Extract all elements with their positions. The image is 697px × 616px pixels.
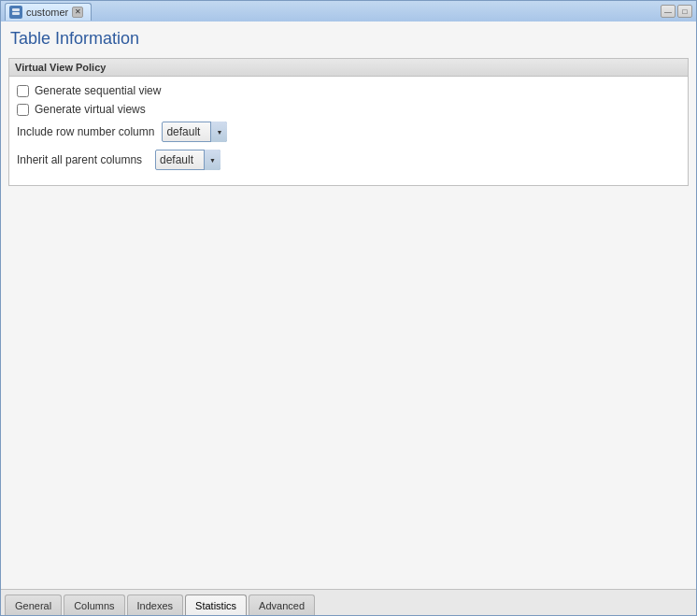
tab-close-button[interactable]: ✕ <box>72 7 83 18</box>
include-row-number-row: Include row number column default yes no <box>17 122 680 142</box>
include-row-number-dropdown-wrapper: default yes no <box>162 122 227 142</box>
tab-columns[interactable]: Columns <box>64 595 124 615</box>
maximize-button[interactable]: □ <box>677 5 692 18</box>
db-icon <box>9 6 22 19</box>
section-content: Generate sequential view Generate virtua… <box>9 77 688 185</box>
tab-indexes[interactable]: Indexes <box>127 595 184 615</box>
include-row-number-select[interactable]: default yes no <box>162 122 227 142</box>
tab-title: customer <box>26 7 68 18</box>
title-bar: customer ✕ — □ <box>1 1 696 21</box>
bottom-tab-bar: General Columns Indexes Statistics Advan… <box>1 589 696 615</box>
inherit-parent-columns-dropdown-wrapper: default yes no <box>155 150 220 170</box>
include-row-number-label: Include row number column <box>17 125 154 138</box>
inherit-parent-columns-label: Inherit all parent columns <box>17 153 148 166</box>
tab-general[interactable]: General <box>5 595 62 615</box>
tab-advanced[interactable]: Advanced <box>249 595 315 615</box>
window-tab[interactable]: customer ✕ <box>5 3 92 21</box>
sequential-view-row: Generate sequential view <box>17 84 680 97</box>
content-area: Table Information Virtual View Policy Ge… <box>1 21 696 589</box>
tab-statistics[interactable]: Statistics <box>185 595 247 615</box>
virtual-views-row: Generate virtual views <box>17 103 680 116</box>
virtual-view-policy-section: Virtual View Policy Generate sequential … <box>8 58 689 186</box>
svg-rect-0 <box>12 8 20 11</box>
svg-rect-1 <box>12 12 20 15</box>
virtual-views-checkbox[interactable] <box>17 104 29 116</box>
page-title: Table Information <box>8 29 689 49</box>
main-window: customer ✕ — □ Table Information Virtual… <box>0 0 697 616</box>
minimize-button[interactable]: — <box>661 5 676 18</box>
virtual-views-label: Generate virtual views <box>35 103 146 116</box>
inherit-parent-columns-row: Inherit all parent columns default yes n… <box>17 150 680 170</box>
window-controls: — □ <box>661 5 692 18</box>
inherit-parent-columns-select[interactable]: default yes no <box>155 150 220 170</box>
section-header: Virtual View Policy <box>9 59 688 77</box>
sequential-view-checkbox[interactable] <box>17 85 29 97</box>
sequential-view-label: Generate sequential view <box>35 84 161 97</box>
